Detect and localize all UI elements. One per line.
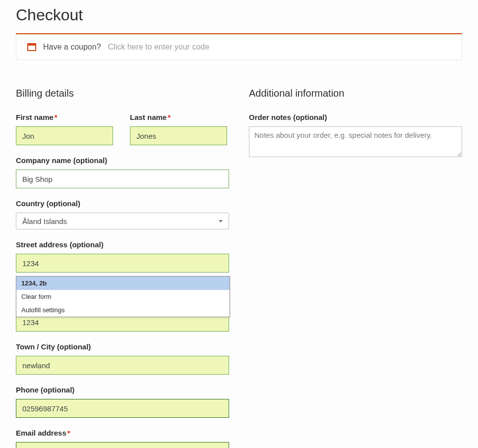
coupon-link[interactable]: Click here to enter your code <box>108 43 210 52</box>
autofill-clear-form[interactable]: Clear form <box>16 290 230 303</box>
additional-heading: Additional information <box>249 88 462 99</box>
street-label: Street address (optional) <box>16 240 229 249</box>
company-label: Company name (optional) <box>16 156 229 165</box>
coupon-icon <box>27 43 36 51</box>
country-label: Country (optional) <box>16 199 229 208</box>
required-marker: * <box>67 429 70 437</box>
coupon-prompt: Have a coupon? <box>43 43 101 52</box>
street-field: Street address (optional) 1234, 2b Clear… <box>16 240 229 273</box>
additional-column: Additional information Order notes (opti… <box>249 88 462 448</box>
city-input[interactable] <box>16 356 229 375</box>
phone-input[interactable] <box>16 399 229 418</box>
order-notes-label: Order notes (optional) <box>249 113 462 121</box>
city-label: Town / City (optional) <box>16 342 229 351</box>
coupon-bar: Have a coupon? Click here to enter your … <box>16 34 462 60</box>
first-name-label: First name* <box>16 113 113 121</box>
last-name-field: Last name* <box>130 113 227 145</box>
order-notes-input[interactable] <box>249 126 462 157</box>
email-label: Email address* <box>16 429 229 437</box>
order-notes-field: Order notes (optional) <box>249 113 462 159</box>
email-input[interactable] <box>16 442 229 448</box>
country-select-value: Åland Islands <box>22 217 67 225</box>
first-name-input[interactable] <box>16 126 113 145</box>
phone-label: Phone (optional) <box>16 386 229 394</box>
autofill-settings[interactable]: Autofill settings <box>16 303 230 317</box>
phone-field: Phone (optional) <box>16 386 229 418</box>
last-name-input[interactable] <box>130 126 227 145</box>
autofill-suggestion[interactable]: 1234, 2b <box>16 277 230 290</box>
country-field: Country (optional) Åland Islands <box>16 199 229 229</box>
country-select[interactable]: Åland Islands <box>16 213 229 229</box>
autofill-popup: 1234, 2b Clear form Autofill settings <box>16 276 230 317</box>
page-title: Checkout <box>16 6 462 24</box>
required-marker: * <box>55 113 58 121</box>
company-field: Company name (optional) <box>16 156 229 188</box>
required-marker: * <box>168 113 171 121</box>
billing-heading: Billing details <box>16 88 229 99</box>
last-name-label: Last name* <box>130 113 227 121</box>
company-input[interactable] <box>16 169 229 188</box>
street-input[interactable] <box>16 254 229 273</box>
city-field: Town / City (optional) <box>16 342 229 375</box>
email-field: Email address* <box>16 429 229 448</box>
billing-column: Billing details First name* Last name* C… <box>16 88 229 448</box>
first-name-field: First name* <box>16 113 113 145</box>
chevron-down-icon <box>219 220 223 223</box>
